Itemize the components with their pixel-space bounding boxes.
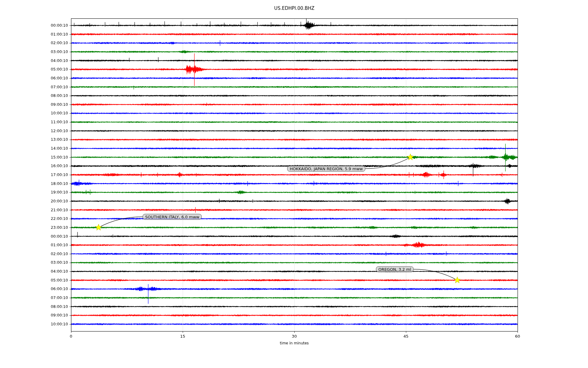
y-axis-row-label: 00:00:10 [40,23,68,28]
event-annotation-label: SOUTHERN ITALY, 6.0 mww [143,214,202,220]
y-axis-row-label: 08:00:10 [40,304,68,309]
y-axis-row-label: 01:00:10 [40,32,68,37]
x-axis-tick-label: 15 [174,334,192,339]
y-axis-row-label: 03:00:10 [40,260,68,265]
event-annotation-label: HOKKAIDO, JAPAN REGION, 5.9 mww [287,166,365,171]
y-axis-row-label: 20:00:10 [40,199,68,204]
y-axis-row-label: 15:00:10 [40,155,68,160]
y-axis-row-label: 07:00:10 [40,85,68,90]
y-axis-row-label: 02:00:10 [40,40,68,45]
y-axis-row-label: 16:00:10 [40,163,68,168]
y-axis-row-label: 06:00:10 [40,76,68,81]
y-axis-row-label: 06:00:10 [40,286,68,291]
x-axis-tick-label: 45 [397,334,415,339]
y-axis-row-label: 04:00:10 [40,269,68,274]
y-axis-row-label: 10:00:10 [40,111,68,116]
y-axis-row-label: 17:00:10 [40,172,68,177]
y-axis-row-label: 09:00:10 [40,102,68,107]
event-annotation-label: OREGON, 3.2 ml [376,266,414,272]
y-axis-row-label: 03:00:10 [40,49,68,54]
x-axis-label: time in minutes [71,341,518,345]
y-axis-row-label: 19:00:10 [40,190,68,195]
y-axis-row-label: 10:00:10 [40,322,68,327]
y-axis-row-label: 04:00:10 [40,58,68,63]
y-axis-row-label: 14:00:10 [40,146,68,151]
x-axis-tick-label: 60 [508,334,527,339]
y-axis-row-label: 02:00:10 [40,251,68,256]
y-axis-row-label: 22:00:10 [40,216,68,221]
y-axis-row-label: 18:00:10 [40,181,68,186]
y-axis-row-label: 12:00:10 [40,128,68,133]
y-axis-row-label: 05:00:10 [40,278,68,283]
chart-title: US.EDHPI.00.BHZ [71,6,518,11]
y-axis-row-label: 13:00:10 [40,137,68,142]
y-axis-row-label: 08:00:10 [40,93,68,98]
y-axis-row-label: 23:00:10 [40,225,68,230]
x-axis-tick-label: 30 [285,334,303,339]
y-axis-row-label: 21:00:10 [40,208,68,213]
helicorder-figure: US.EDHPI.00.BHZ time in minutes 00:00:10… [0,0,588,368]
y-axis-row-label: 09:00:10 [40,313,68,318]
y-axis-row-label: 05:00:10 [40,67,68,72]
y-axis-row-label: 11:00:10 [40,120,68,125]
x-axis-tick-label: 0 [62,334,80,339]
seismogram-canvas [0,0,588,368]
y-axis-row-label: 07:00:10 [40,295,68,300]
y-axis-row-label: 01:00:10 [40,243,68,247]
y-axis-row-label: 00:00:10 [40,234,68,239]
